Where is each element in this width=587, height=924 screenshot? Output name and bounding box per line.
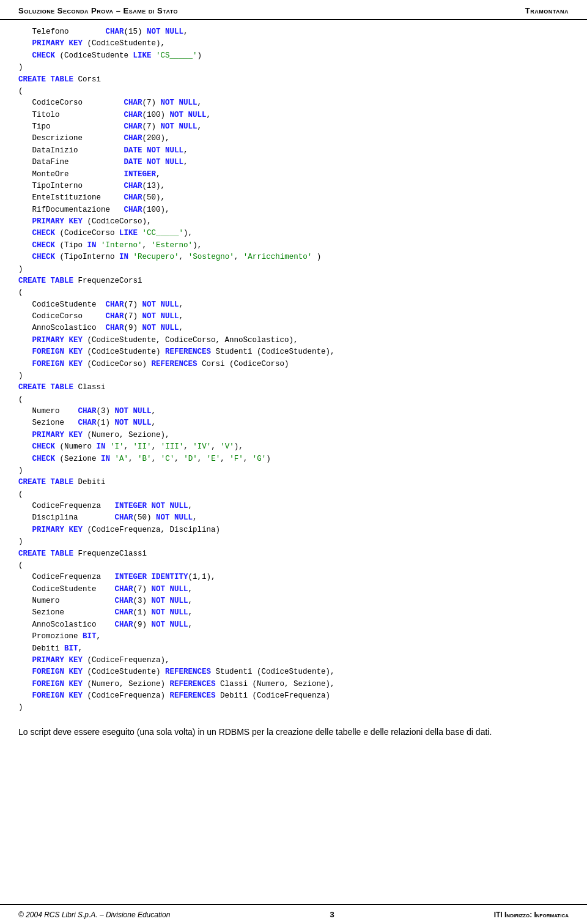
sql-code: Telefono CHAR(15) NOT NULL, PRIMARY KEY … <box>18 26 569 714</box>
page: Soluzione Seconda Prova – Esame di Stato… <box>0 0 587 924</box>
footer-copyright: © 2004 RCS Libri S.p.A. – Divisione Educ… <box>18 911 170 919</box>
header-title-right: Tramontana <box>525 6 569 15</box>
main-content: Telefono CHAR(15) NOT NULL, PRIMARY KEY … <box>0 20 587 788</box>
description-text: Lo script deve essere eseguito (una sola… <box>18 725 569 739</box>
footer-page-number: 3 <box>330 910 334 919</box>
header-title-left: Soluzione Seconda Prova – Esame di Stato <box>18 6 178 15</box>
footer-subject: ITI Indirizzo: Informatica <box>494 911 569 919</box>
page-header: Soluzione Seconda Prova – Esame di Stato… <box>0 0 587 20</box>
page-footer: © 2004 RCS Libri S.p.A. – Divisione Educ… <box>0 904 587 924</box>
